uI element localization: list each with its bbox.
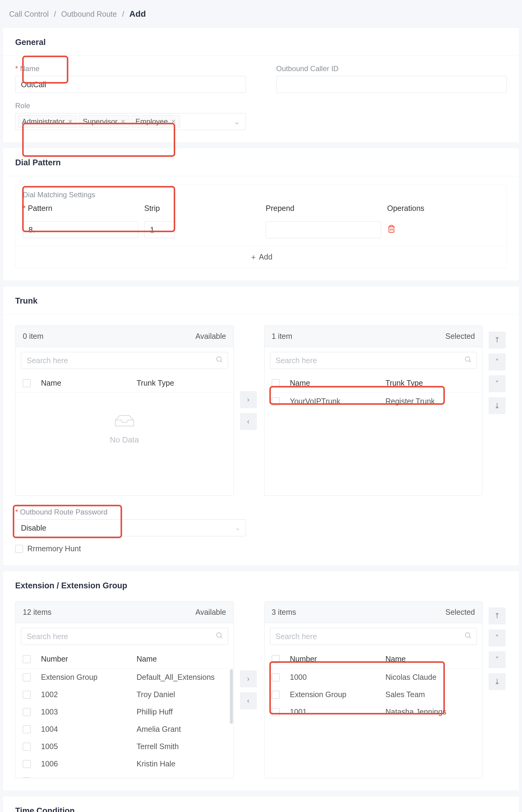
ext-avail-search-input[interactable] <box>21 628 228 645</box>
scrollbar[interactable] <box>230 669 233 724</box>
search-icon <box>464 632 472 641</box>
trunk-sel-search-input[interactable] <box>270 352 477 369</box>
row-name: Terrell Smith <box>137 742 226 751</box>
svg-point-0 <box>217 357 221 361</box>
col-trunk-type: Trunk Type <box>385 379 475 387</box>
add-pattern-button[interactable]: ＋ Add <box>16 246 506 268</box>
select-all-checkbox[interactable] <box>272 379 280 387</box>
row-checkbox[interactable] <box>23 760 31 768</box>
move-left-button[interactable]: ‹ <box>240 692 257 709</box>
search-icon <box>464 355 472 366</box>
panel-header-general: General <box>3 28 519 56</box>
row-name: Nicolas Claude <box>385 673 475 682</box>
list-item[interactable]: 1006Kristin Hale <box>16 755 234 773</box>
role-tag: Administrator✕ <box>18 115 77 128</box>
ext-arrows: › ‹ <box>240 601 258 778</box>
caller-id-input[interactable] <box>276 76 507 93</box>
row-name: Default_All_Extensions <box>137 673 226 682</box>
move-top-button[interactable]: ⤒ <box>488 607 506 624</box>
row-name: Amelia Grant <box>137 725 226 734</box>
row-number: Extension Group <box>290 690 380 699</box>
move-down-button[interactable]: ˅ <box>488 375 506 392</box>
move-left-button[interactable]: ‹ <box>240 413 257 430</box>
list-item[interactable]: Extension GroupSales Team <box>264 686 483 703</box>
trunk-reorder: ⤒ ˄ ˅ ⤓ <box>488 326 507 496</box>
row-checkbox[interactable] <box>23 691 31 699</box>
breadcrumb-l2[interactable]: Outbound Route <box>61 10 117 18</box>
tag-remove-icon[interactable]: ✕ <box>171 118 176 125</box>
list-item[interactable]: 1007Naomi Nichols <box>16 773 234 778</box>
role-tag: Employee✕ <box>132 115 180 128</box>
list-item[interactable]: 1002Troy Daniel <box>16 686 234 703</box>
breadcrumb-l1[interactable]: Call Control <box>9 10 49 18</box>
label-role: Role <box>15 101 246 110</box>
list-item[interactable]: 1003Phillip Huff <box>16 703 234 720</box>
row-number: 1000 <box>290 673 380 682</box>
move-right-button[interactable]: › <box>240 391 257 408</box>
col-operations: Operations <box>387 204 503 213</box>
row-checkbox[interactable] <box>272 708 280 716</box>
move-down-button[interactable]: ˅ <box>488 651 506 668</box>
select-all-checkbox[interactable] <box>272 655 280 663</box>
select-all-checkbox[interactable] <box>23 379 31 387</box>
ext-sel-search-input[interactable] <box>270 628 477 645</box>
row-number: 1003 <box>41 708 130 716</box>
move-up-button[interactable]: ˄ <box>488 630 506 646</box>
trunk-arrows: › ‹ <box>240 326 258 496</box>
label-name: Name <box>15 64 246 73</box>
col-number: Number <box>41 655 130 663</box>
role-select[interactable]: Administrator✕ Supervisor✕ Employee✕ ⌄ <box>15 113 246 130</box>
list-item[interactable]: Extension GroupDefault_All_Extensions <box>16 669 234 686</box>
move-top-button[interactable]: ⤒ <box>488 331 506 349</box>
trunk-row[interactable]: YourVoIPTrunk Register Trunk <box>264 393 483 410</box>
list-item[interactable]: 1005Terrell Smith <box>16 738 234 755</box>
row-name: Sales Team <box>385 690 475 699</box>
search-icon <box>215 355 223 366</box>
row-name: Natasha Jennings <box>385 708 475 716</box>
outbound-password-select[interactable]: Disable ⌄ <box>15 519 246 536</box>
subsection-title: Dial Matching Settings <box>16 185 506 202</box>
name-input[interactable] <box>15 76 246 93</box>
col-number: Number <box>290 655 380 663</box>
row-number: 1005 <box>41 742 130 751</box>
list-item[interactable]: 1000Nicolas Claude <box>264 669 483 686</box>
row-checkbox[interactable] <box>272 691 280 699</box>
col-trunk-type: Trunk Type <box>137 379 226 387</box>
row-checkbox[interactable] <box>23 743 31 751</box>
col-pattern: Pattern <box>23 204 52 212</box>
avail-label: Available <box>195 332 226 341</box>
sel-label: Selected <box>445 608 475 617</box>
row-number: 1006 <box>41 759 130 768</box>
trash-icon[interactable] <box>387 226 396 235</box>
row-checkbox[interactable] <box>23 777 31 778</box>
prepend-input[interactable] <box>266 221 381 238</box>
col-name: Name <box>137 655 226 663</box>
row-checkbox[interactable] <box>23 726 31 733</box>
move-right-button[interactable]: › <box>240 670 257 688</box>
breadcrumb-sep: / <box>122 10 124 18</box>
panel-header-ext: Extension / Extension Group <box>3 571 519 599</box>
row-number: 1007 <box>41 777 130 778</box>
pattern-input[interactable] <box>23 221 138 238</box>
move-up-button[interactable]: ˄ <box>488 353 506 370</box>
rrmemory-checkbox[interactable] <box>15 545 23 553</box>
col-name: Name <box>290 379 380 387</box>
label-caller-id: Outbound Caller ID <box>276 64 507 73</box>
list-item[interactable]: 1001Natasha Jennings <box>264 703 483 720</box>
row-checkbox[interactable] <box>272 398 280 405</box>
strip-input[interactable] <box>144 221 175 238</box>
move-bottom-button[interactable]: ⤓ <box>488 673 506 690</box>
select-all-checkbox[interactable] <box>23 655 31 663</box>
trunk-avail-search-input[interactable] <box>21 352 228 369</box>
row-checkbox[interactable] <box>272 673 280 681</box>
row-number: 1002 <box>41 690 130 699</box>
tag-remove-icon[interactable]: ✕ <box>121 118 126 125</box>
avail-count: 0 item <box>23 332 43 341</box>
list-item[interactable]: 1004Amelia Grant <box>16 720 234 738</box>
tag-remove-icon[interactable]: ✕ <box>68 118 73 125</box>
panel-header-dial: Dial Pattern <box>3 148 519 176</box>
col-name: Name <box>385 655 475 663</box>
move-bottom-button[interactable]: ⤓ <box>488 397 506 414</box>
row-checkbox[interactable] <box>23 673 31 681</box>
row-checkbox[interactable] <box>23 708 31 716</box>
